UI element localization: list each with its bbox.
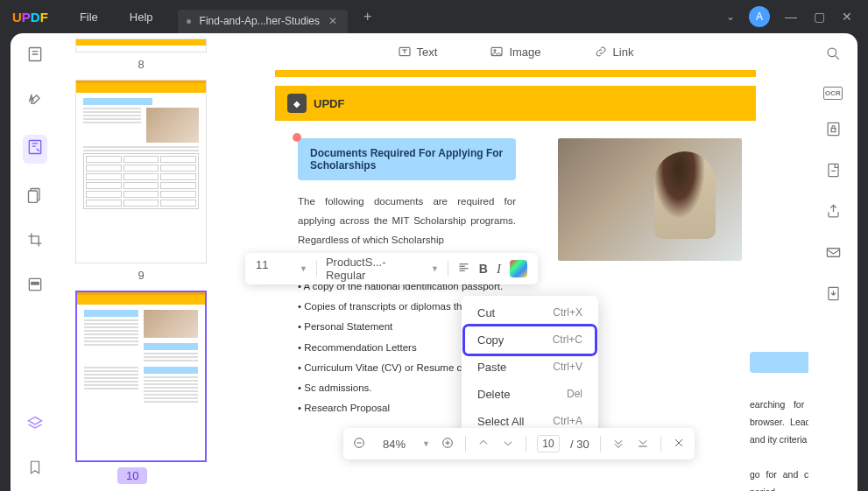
zoom-value[interactable]: 84% xyxy=(377,438,412,451)
body-paragraph-right[interactable]: earching for the Scholarship cross the b… xyxy=(750,396,808,491)
thumbnail-page-9[interactable] xyxy=(75,80,207,263)
menu-file[interactable]: File xyxy=(80,11,98,24)
document-image[interactable] xyxy=(558,138,742,261)
close-icon[interactable]: ✕ xyxy=(840,10,854,24)
font-size-input[interactable]: 11 xyxy=(256,258,291,279)
insert-text-button[interactable]: Text xyxy=(398,45,438,59)
new-tab-button[interactable]: + xyxy=(363,9,371,25)
protect-icon[interactable] xyxy=(825,121,842,141)
batch-tool-icon[interactable] xyxy=(26,415,44,437)
svg-rect-12 xyxy=(828,164,837,176)
app-logo: UPDF xyxy=(12,10,48,25)
format-toolbar: 11 ▼ ProductS...-Regular ▼ B I xyxy=(245,253,538,284)
form-icon[interactable] xyxy=(825,162,842,182)
thumbnail-label: 9 xyxy=(75,269,207,282)
reader-tool-icon[interactable] xyxy=(26,46,44,67)
body-paragraph[interactable]: The following documents are required for… xyxy=(298,193,516,250)
minimize-icon[interactable]: — xyxy=(784,10,798,24)
tab-close-icon[interactable]: ✕ xyxy=(328,15,339,27)
context-menu: CutCtrl+X CopyCtrl+C PasteCtrl+V DeleteD… xyxy=(462,296,598,438)
context-copy[interactable]: CopyCtrl+C xyxy=(465,326,595,354)
tab-title: Find-and-Ap...her-Studies xyxy=(200,15,320,27)
doc-logo-icon: ◆ xyxy=(287,94,307,113)
search-icon[interactable] xyxy=(825,46,842,66)
export-icon[interactable] xyxy=(825,285,842,305)
zoom-toolbar: 84% ▼ 10 / 30 xyxy=(343,428,695,459)
tab-modified-icon xyxy=(187,19,191,24)
zoom-in-button[interactable] xyxy=(441,436,455,452)
user-avatar[interactable]: A xyxy=(749,6,770,27)
thumbnail-label-active: 10 xyxy=(117,467,147,484)
chevron-down-icon[interactable]: ▼ xyxy=(300,264,307,273)
chevron-down-icon[interactable]: ▼ xyxy=(422,439,430,448)
document-header: ◆ UPDF xyxy=(275,86,756,121)
context-delete[interactable]: DeleteDel xyxy=(465,381,595,408)
menu-help[interactable]: Help xyxy=(130,11,153,24)
bold-button[interactable]: B xyxy=(479,262,488,276)
maximize-icon[interactable]: ▢ xyxy=(812,10,826,24)
thumbnail-page-8[interactable] xyxy=(75,39,207,53)
svg-rect-5 xyxy=(32,283,39,285)
align-icon[interactable] xyxy=(457,261,470,277)
svg-point-9 xyxy=(828,48,836,56)
svg-rect-3 xyxy=(29,191,38,202)
insert-link-button[interactable]: Link xyxy=(594,45,634,59)
callout-secondary[interactable] xyxy=(750,352,808,373)
svg-point-8 xyxy=(494,50,496,52)
color-picker-button[interactable] xyxy=(510,260,527,277)
context-cut[interactable]: CutCtrl+X xyxy=(465,299,595,326)
context-paste[interactable]: PasteCtrl+V xyxy=(465,354,595,381)
svg-rect-11 xyxy=(831,129,836,132)
prev-page-button[interactable] xyxy=(476,436,490,452)
thumbnail-label: 8 xyxy=(75,58,207,71)
svg-rect-10 xyxy=(828,123,839,135)
share-icon[interactable] xyxy=(825,203,842,223)
zoom-out-button[interactable] xyxy=(352,436,366,452)
thumbnail-panel: 8 9 10 xyxy=(60,33,222,491)
chevron-down-icon[interactable]: ▼ xyxy=(431,264,439,273)
email-icon[interactable] xyxy=(825,244,842,264)
organize-tool-icon[interactable] xyxy=(26,186,44,208)
recent-dropdown-icon[interactable]: ⌄ xyxy=(726,11,735,23)
crop-tool-icon[interactable] xyxy=(26,231,44,253)
toolbar-close-icon[interactable] xyxy=(672,436,686,452)
page-total: / 30 xyxy=(570,438,589,451)
scroll-down-button[interactable] xyxy=(611,436,625,452)
callout-heading[interactable]: Documents Required For Applying For Scho… xyxy=(298,138,516,180)
page-input[interactable]: 10 xyxy=(537,435,560,452)
scroll-bottom-button[interactable] xyxy=(636,436,650,452)
font-family-select[interactable]: ProductS...-Regular xyxy=(326,256,422,282)
svg-rect-13 xyxy=(827,249,839,257)
document-tab[interactable]: Find-and-Ap...her-Studies ✕ xyxy=(178,10,348,33)
comment-tool-icon[interactable] xyxy=(26,90,44,112)
italic-button[interactable]: I xyxy=(497,262,501,277)
thumbnail-page-10[interactable] xyxy=(75,291,207,462)
next-page-button[interactable] xyxy=(501,436,515,452)
edit-tool-icon[interactable] xyxy=(23,135,47,164)
bookmark-tool-icon[interactable] xyxy=(27,459,43,479)
insert-image-button[interactable]: Image xyxy=(490,45,540,59)
redact-tool-icon[interactable] xyxy=(26,276,44,298)
ocr-icon[interactable]: OCR xyxy=(823,87,843,100)
